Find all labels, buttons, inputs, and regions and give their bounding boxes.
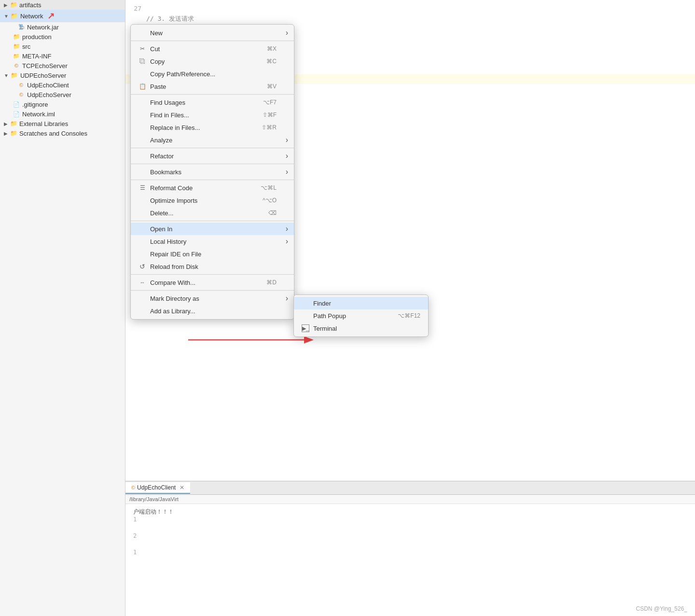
menu-item-reformat[interactable]: ☰ Reformat Code ⌥⌘L xyxy=(131,182,294,194)
menu-item-paste[interactable]: 📋 Paste ⌘V xyxy=(131,80,294,93)
compare-icon: ↔ xyxy=(139,279,146,286)
menu-item-delete[interactable]: Delete... ⌫ xyxy=(131,207,294,219)
menu-item-copypath[interactable]: Copy Path/Reference... xyxy=(131,68,294,80)
menu-item-new[interactable]: New xyxy=(131,27,294,39)
sidebar-item-artifacts[interactable]: ▶ 📁 artifacts xyxy=(0,0,125,10)
shortcut-delete: ⌫ xyxy=(268,210,286,216)
sidebar-item-src[interactable]: 📁 src xyxy=(0,42,125,51)
sidebar-item-meta[interactable]: 📁 META-INF xyxy=(0,51,125,61)
menu-icon-repair xyxy=(139,250,146,258)
sidebar-item-udpechoserver[interactable]: © UdpEchoServer xyxy=(0,90,125,99)
menu-label-openin: Open In xyxy=(150,225,286,233)
scissors-icon: ✂ xyxy=(139,45,146,53)
menu-item-localhistory[interactable]: Local History xyxy=(131,235,294,248)
menu-item-refactor[interactable]: Refactor xyxy=(131,150,294,162)
sidebar-item-network[interactable]: ▼ 📁 Network ↗ xyxy=(0,10,125,22)
caret-icon-ext: ▶ xyxy=(4,121,8,126)
menu-sep5 xyxy=(131,180,294,180)
caret-icon-udp: ▼ xyxy=(4,73,9,78)
menu-item-findinfiles[interactable]: Find in Files... ⇧⌘F xyxy=(131,109,294,121)
reload-icon: ↺ xyxy=(139,263,146,270)
code-line: 27 xyxy=(125,4,695,14)
sidebar-item-external[interactable]: ▶ 📁 External Libraries xyxy=(0,119,125,128)
sidebar-item-iml[interactable]: 📄 Network.iml xyxy=(0,109,125,119)
menu-label-repair: Repair IDE on File xyxy=(150,251,286,258)
menu-icon-copypath xyxy=(139,70,146,78)
sidebar-item-production[interactable]: 📁 production xyxy=(0,32,125,42)
sidebar-item-udp-folder[interactable]: ▼ 📁 UDPEchoServer xyxy=(0,70,125,80)
menu-item-openin[interactable]: Open In xyxy=(131,223,294,235)
menu-item-bookmarks[interactable]: Bookmarks xyxy=(131,166,294,178)
console-line: 1 xyxy=(133,549,687,556)
console-space xyxy=(133,523,687,532)
copy-icon: ⿻ xyxy=(139,57,146,65)
sidebar-label-gitignore: .gitignore xyxy=(22,101,48,108)
close-icon[interactable]: ✕ xyxy=(180,484,184,491)
shortcut-findinfiles: ⇧⌘F xyxy=(263,112,286,118)
submenu-item-terminal[interactable]: ▶_ Terminal xyxy=(294,322,428,335)
bottom-tab-udpechoclient[interactable]: © UdpEchoClient ✕ xyxy=(125,482,190,494)
menu-item-addlib[interactable]: Add as Library... xyxy=(131,305,294,317)
menu-label-new: New xyxy=(150,29,286,37)
sidebar-label-iml: Network.iml xyxy=(22,111,55,118)
path-bar: /library/Java/JavaVirt xyxy=(125,495,695,504)
menu-label-analyze: Analyze xyxy=(150,137,286,144)
menu-icon-localhistory xyxy=(139,238,146,245)
menu-item-copy[interactable]: ⿻ Copy ⌘C xyxy=(131,55,294,68)
menu-label-localhistory: Local History xyxy=(150,238,286,245)
folder-icon-production: 📁 xyxy=(13,33,20,41)
menu-icon-optimize xyxy=(139,196,146,204)
sidebar-label-production: production xyxy=(22,33,52,41)
menu-icon-markdir xyxy=(139,294,146,302)
folder-icon-src: 📁 xyxy=(13,42,20,50)
bottom-tabs: © UdpEchoClient ✕ xyxy=(125,481,695,495)
menu-item-cut[interactable]: ✂ Cut ⌘X xyxy=(131,42,294,55)
submenu-item-finder[interactable]: Finder xyxy=(294,297,428,309)
folder-icon-udp: 📁 xyxy=(11,71,18,79)
menu-item-markdir[interactable]: Mark Directory as xyxy=(131,292,294,305)
file-icon-iml: 📄 xyxy=(13,110,20,118)
menu-icon-bookmarks xyxy=(139,168,146,176)
sidebar-item-tcp[interactable]: © TCPEchoServer xyxy=(0,61,125,70)
menu-item-findusages[interactable]: Find Usages ⌥F7 xyxy=(131,96,294,109)
menu-sep7 xyxy=(131,274,294,275)
code-line: // 3. 发送请求 xyxy=(125,14,695,24)
menu-label-optimize: Optimize Imports xyxy=(150,197,259,204)
shortcut-pathpopup: ⌥⌘F12 xyxy=(398,312,420,319)
menu-sep6 xyxy=(131,221,294,221)
submenu-label-terminal: Terminal xyxy=(313,325,337,332)
folder-icon-meta: 📁 xyxy=(13,52,20,60)
sidebar-item-scratches[interactable]: ▶ 📁 Scratches and Consoles xyxy=(0,128,125,138)
menu-item-compare[interactable]: ↔ Compare With... ⌘D xyxy=(131,276,294,289)
folder-icon-ext: 📁 xyxy=(10,120,17,127)
menu-label-copypath: Copy Path/Reference... xyxy=(150,70,286,78)
source-icon-tcp: © xyxy=(13,62,20,70)
sidebar-label-src: src xyxy=(22,43,30,50)
menu-item-reload[interactable]: ↺ Reload from Disk xyxy=(131,260,294,273)
submenu-label-finder: Finder xyxy=(313,300,331,307)
console-space xyxy=(133,539,687,549)
console-line: 2 xyxy=(133,532,687,539)
menu-item-repairide[interactable]: Repair IDE on File xyxy=(131,248,294,260)
sidebar-label-tcp: TCPEchoServer xyxy=(22,62,68,70)
menu-icon-new xyxy=(139,29,146,37)
menu-item-replace[interactable]: Replace in Files... ⇧⌘R xyxy=(131,121,294,134)
sidebar-item-network-jar[interactable]: 🗜 Network.jar xyxy=(0,22,125,32)
console-line: 1 xyxy=(133,516,687,523)
shortcut-cut: ⌘X xyxy=(267,45,286,52)
sidebar-label-client: UdpEchoClient xyxy=(27,82,69,89)
sidebar-item-gitignore[interactable]: 📄 .gitignore xyxy=(0,99,125,109)
path-text: /library/Java/JavaVirt xyxy=(129,496,179,502)
menu-sep4 xyxy=(131,164,294,164)
java-icon-client: © xyxy=(17,81,25,89)
menu-icon-find xyxy=(139,98,146,106)
shortcut-optimize: ^⌥O xyxy=(263,197,286,204)
submenu-item-pathpopup[interactable]: Path Popup ⌥⌘F12 xyxy=(294,309,428,322)
sidebar-item-udpechoclient[interactable]: © UdpEchoClient xyxy=(0,80,125,90)
menu-item-analyze[interactable]: Analyze xyxy=(131,134,294,146)
menu-icon-replace xyxy=(139,124,146,131)
sidebar-label-udp: UDPEchoServer xyxy=(20,72,66,79)
sidebar-label-jar: Network.jar xyxy=(27,24,59,31)
menu-item-optimize[interactable]: Optimize Imports ^⌥O xyxy=(131,194,294,207)
bottom-tab-label: UdpEchoClient xyxy=(137,484,176,491)
